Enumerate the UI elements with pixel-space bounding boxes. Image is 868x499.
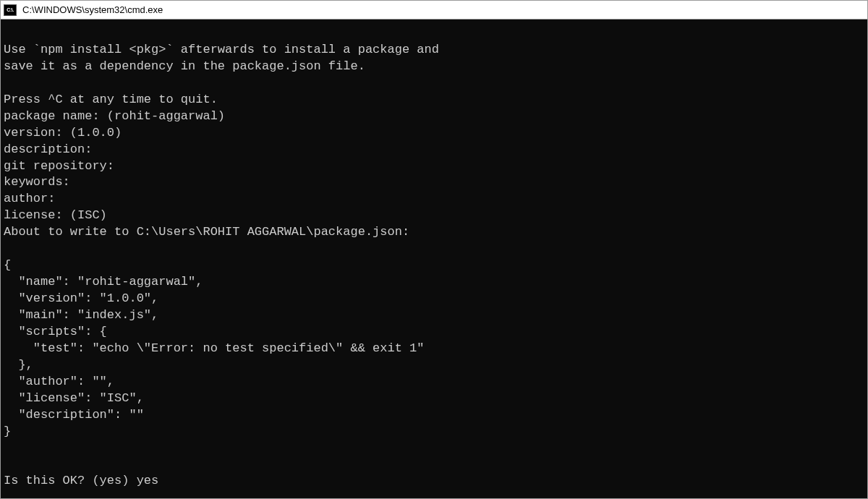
terminal-line: "main": "index.js", [4,308,158,322]
terminal-output[interactable]: Use `npm install <pkg>` afterwards to in… [1,20,867,498]
cmd-window: C:\. C:\WINDOWS\system32\cmd.exe Use `np… [0,0,868,499]
terminal-line: "test": "echo \"Error: no test specified… [4,341,425,355]
terminal-line: version: (1.0.0) [4,126,122,140]
terminal-line: license: (ISC) [4,208,107,222]
terminal-line: keywords: [4,175,70,189]
terminal-line: "description": "" [4,408,144,422]
terminal-line: }, [4,358,33,372]
terminal-line: "name": "rohit-aggarwal", [4,275,203,289]
window-title: C:\WINDOWS\system32\cmd.exe [22,4,163,15]
terminal-line: "version": "1.0.0", [4,291,158,305]
terminal-line: } [4,425,11,438]
terminal-line: package name: (rohit-aggarwal) [4,109,225,123]
cmd-icon: C:\. [4,4,17,16]
terminal-line: git repository: [4,159,114,173]
terminal-line: "author": "", [4,375,114,388]
terminal-line: save it as a dependency in the package.j… [4,59,365,73]
terminal-line: { [4,258,11,272]
terminal-line: "scripts": { [4,325,107,338]
terminal-line: Press ^C at any time to quit. [4,93,218,106]
terminal-line: "license": "ISC", [4,391,144,405]
terminal-line: author: [4,192,55,205]
terminal-line: Is this OK? (yes) yes [4,474,158,487]
terminal-line: About to write to C:\Users\ROHIT AGGARWA… [4,225,409,239]
terminal-line: Use `npm install <pkg>` afterwards to in… [4,43,439,56]
terminal-line: description: [4,142,92,156]
title-bar[interactable]: C:\. C:\WINDOWS\system32\cmd.exe [1,1,867,20]
